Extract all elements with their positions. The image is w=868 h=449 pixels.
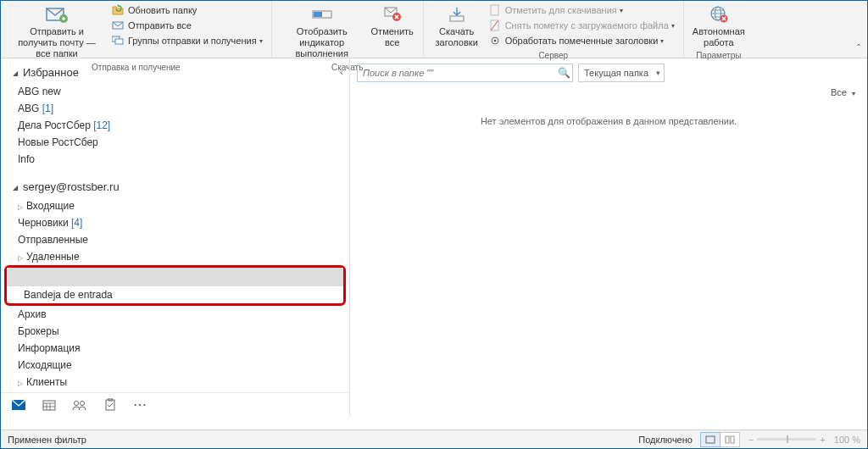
search-icon[interactable]: 🔍	[555, 67, 572, 79]
ribbon: Отправить и получить почту — все папки О…	[1, 1, 867, 58]
folder-refresh-icon	[111, 3, 125, 17]
offline-button[interactable]: Автономная работа	[689, 3, 748, 50]
chevron-down-icon: ▾	[660, 37, 664, 45]
mail-nav-icon[interactable]	[11, 398, 26, 412]
folder-item[interactable]: Черновики [4]	[1, 214, 349, 231]
update-folder-button[interactable]: Обновить папку	[108, 3, 266, 18]
show-progress-button[interactable]: Отобразить индикатор выполнения	[277, 3, 367, 62]
svg-rect-23	[706, 436, 715, 443]
chevron-down-icon: ▾	[671, 22, 675, 30]
folder-item[interactable]: Исходящие	[1, 357, 349, 374]
favorite-item[interactable]: ABG [1]	[1, 100, 349, 117]
process-marked-button[interactable]: Обработать помеченные заголовки▾	[485, 33, 678, 48]
cancel-icon	[381, 4, 404, 25]
highlight-box: Bandeja de entrada	[4, 265, 346, 306]
globe-offline-icon	[707, 4, 731, 25]
collapse-pane-button[interactable]: ‹	[340, 67, 343, 77]
zoom-track[interactable]	[757, 438, 816, 441]
tasks-nav-icon[interactable]	[103, 398, 118, 412]
folder-item[interactable]: Входящие	[1, 197, 349, 214]
ribbon-group-send-receive: Отправить и получить почту — все папки О…	[1, 1, 272, 58]
status-filter-text: Применен фильтр	[8, 435, 638, 445]
send-receive-groups-button[interactable]: Группы отправки и получения▾	[108, 33, 266, 48]
ribbon-group-server: Скачать заголовки Отметить для скачивани…	[424, 1, 684, 58]
svg-rect-10	[491, 5, 498, 15]
item-count: [12]	[93, 119, 110, 131]
favorite-item[interactable]: Дела РостСбер [12]	[1, 117, 349, 134]
nav-bar: ···	[1, 392, 349, 417]
chevron-down-icon: ▾	[259, 37, 263, 45]
svg-rect-24	[726, 436, 729, 443]
content-pane: 🔍 Текущая папка Все ▾ Нет элементов для …	[350, 58, 867, 417]
svg-rect-4	[115, 39, 123, 44]
folder-pane: ИзбранноеABG new ABG [1]Дела РостСбер [1…	[1, 58, 350, 417]
folder-item[interactable]: Информация	[1, 340, 349, 357]
page-unmark-icon	[488, 19, 502, 32]
mark-download-button[interactable]: Отметить для скачивания▾	[485, 3, 678, 18]
envelope-icon	[111, 19, 125, 32]
svg-point-13	[493, 40, 496, 42]
empty-message: Нет элементов для отображения в данном п…	[350, 101, 867, 141]
svg-rect-25	[731, 436, 734, 443]
zoom-slider[interactable]: − +	[748, 435, 826, 445]
view-reading-button[interactable]	[720, 432, 740, 447]
more-nav-icon[interactable]: ···	[133, 398, 148, 412]
ribbon-group-options: Автономная работа Параметры	[684, 1, 754, 58]
folder-item[interactable]: Bandeja de entrada	[7, 286, 343, 303]
cancel-all-button[interactable]: Отменить все	[367, 3, 418, 50]
folder-item[interactable]: Клиенты	[1, 374, 349, 391]
search-box[interactable]: 🔍	[357, 64, 573, 82]
folder-item[interactable]: Удаленные	[1, 248, 349, 265]
send-receive-icon	[45, 4, 69, 25]
favorites-header[interactable]: Избранное	[1, 62, 349, 83]
search-scope-dropdown[interactable]: Текущая папка	[578, 64, 665, 82]
favorite-item[interactable]: ABG new	[1, 83, 349, 100]
send-receive-label: Отправить и получить почту — все папки	[11, 26, 103, 60]
zoom-out-icon[interactable]: −	[748, 435, 754, 445]
svg-rect-6	[314, 12, 322, 17]
view-normal-button[interactable]	[700, 432, 721, 447]
svg-rect-18	[43, 401, 55, 410]
page-mark-icon	[488, 3, 502, 17]
zoom-percent: 100 %	[834, 435, 860, 445]
filter-dropdown[interactable]: Все ▾	[350, 87, 867, 101]
status-bar: Применен фильтр Подключено − + 100 %	[1, 430, 867, 448]
account-header[interactable]: sergey@rostsber.ru	[1, 176, 349, 197]
item-count: [4]	[71, 217, 82, 229]
folder-item[interactable]: Брокеры	[1, 323, 349, 340]
send-receive-all-button[interactable]: Отправить и получить почту — все папки	[6, 3, 108, 62]
item-count: [1]	[42, 103, 53, 114]
folder-item[interactable]: Отправленные	[1, 231, 349, 248]
favorite-item[interactable]: Новые РостСбер	[1, 134, 349, 151]
download-icon	[445, 4, 469, 25]
chevron-down-icon: ▾	[852, 90, 855, 97]
favorite-item[interactable]: Info	[1, 151, 349, 168]
envelopes-icon	[111, 34, 125, 47]
svg-point-20	[81, 402, 85, 406]
calendar-nav-icon[interactable]	[42, 398, 57, 412]
svg-point-19	[75, 402, 79, 406]
gear-icon	[488, 34, 502, 47]
chevron-down-icon: ▾	[620, 7, 623, 14]
download-headers-button[interactable]: Скачать заголовки	[429, 3, 485, 50]
status-connection: Подключено	[638, 435, 693, 445]
people-nav-icon[interactable]	[72, 398, 87, 412]
search-input[interactable]	[358, 68, 555, 78]
svg-rect-9	[450, 16, 464, 21]
ribbon-collapse-button[interactable]: ˆ	[857, 43, 860, 55]
selected-blank-item[interactable]	[7, 268, 343, 286]
folder-item[interactable]: Архив	[1, 306, 349, 323]
send-all-button[interactable]: Отправить все	[108, 18, 266, 33]
unmark-button[interactable]: Снять пометку с загружаемого файла▾	[485, 18, 678, 33]
zoom-in-icon[interactable]: +	[820, 435, 825, 445]
ribbon-group-download: Отобразить индикатор выполнения Отменить…	[272, 1, 424, 58]
svg-rect-21	[106, 400, 114, 410]
progress-icon	[310, 4, 334, 25]
